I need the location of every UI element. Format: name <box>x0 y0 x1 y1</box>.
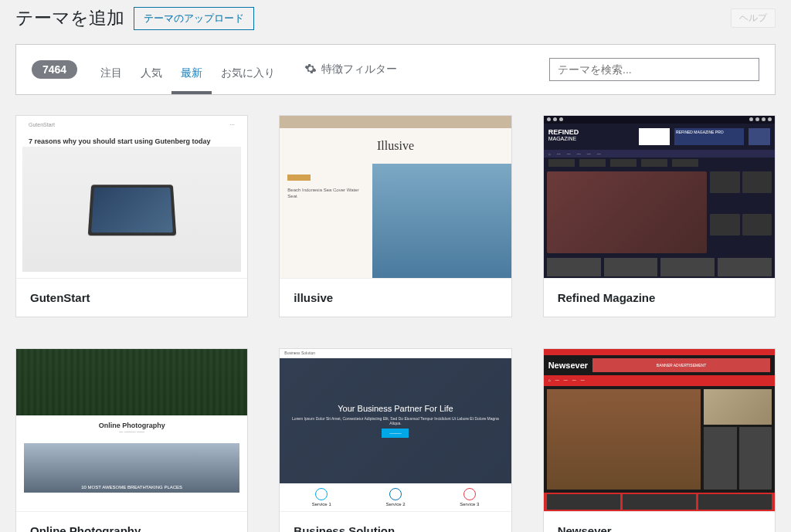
theme-card-refined-magazine[interactable]: REFINEDMAGAZINEREFINED MAGAZINE PRO ⌂———… <box>543 115 776 317</box>
theme-thumbnail: GutenStart⋯ 7 reasons why you should sta… <box>16 116 247 278</box>
tab-featured[interactable]: 注目 <box>91 56 131 94</box>
theme-name-label: GutenStart <box>16 278 247 317</box>
theme-card-newsever[interactable]: NewseverBANNER ADVERTISEMENT ⌂———— Newse… <box>543 348 776 532</box>
theme-name-label: Business Solution <box>280 511 511 532</box>
theme-name-label: illusive <box>280 278 511 317</box>
feature-filter-label: 特徴フィルター <box>321 63 397 76</box>
theme-grid: GutenStart⋯ 7 reasons why you should sta… <box>15 95 776 532</box>
filter-tabs: 注目 人気 最新 お気に入り <box>91 56 284 83</box>
gear-icon <box>304 63 317 77</box>
theme-search-input[interactable] <box>549 58 759 81</box>
theme-thumbnail: REFINEDMAGAZINEREFINED MAGAZINE PRO ⌂———… <box>544 116 775 278</box>
upload-theme-button[interactable]: テーマのアップロード <box>134 7 254 30</box>
theme-name-label: Newsever <box>544 511 775 532</box>
page-header: テーマを追加 テーマのアップロード ヘルプ <box>15 0 776 44</box>
tab-latest[interactable]: 最新 <box>171 56 212 94</box>
theme-name-label: Refined Magazine <box>544 278 775 317</box>
theme-name-label: Online Photography <box>16 511 247 532</box>
theme-thumbnail: Illusive Beach Indonesia Sea Cover Water… <box>280 116 511 278</box>
theme-filter-bar: 7464 注目 人気 最新 お気に入り 特徴フィルター <box>15 44 776 95</box>
theme-thumbnail: NewseverBANNER ADVERTISEMENT ⌂———— <box>544 349 775 511</box>
feature-filter-button[interactable]: 特徴フィルター <box>304 63 397 77</box>
theme-count-badge: 7464 <box>32 60 77 79</box>
theme-card-illusive[interactable]: Illusive Beach Indonesia Sea Cover Water… <box>279 115 511 317</box>
tab-popular[interactable]: 人気 <box>131 56 171 94</box>
tab-favorites[interactable]: お気に入り <box>212 56 284 94</box>
theme-card-gutenstart[interactable]: GutenStart⋯ 7 reasons why you should sta… <box>15 115 248 317</box>
help-button[interactable]: ヘルプ <box>731 8 776 28</box>
theme-card-online-photography[interactable]: Online Photography— ——— —— 10 MOST AWESO… <box>15 348 248 532</box>
page-title: テーマを追加 <box>15 6 124 30</box>
theme-thumbnail: Business Solution Your Business Partner … <box>280 349 511 511</box>
theme-card-business-solution[interactable]: Business Solution Your Business Partner … <box>279 348 511 532</box>
theme-thumbnail: Online Photography— ——— —— 10 MOST AWESO… <box>16 349 247 511</box>
